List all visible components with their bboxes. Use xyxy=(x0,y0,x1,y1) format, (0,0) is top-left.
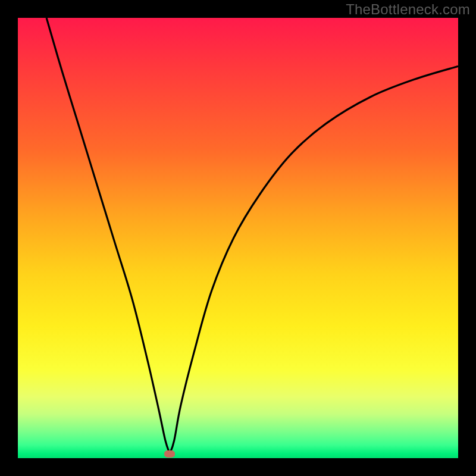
bottleneck-marker xyxy=(164,450,175,458)
curve-path xyxy=(46,18,458,454)
watermark-text: TheBottleneck.com xyxy=(346,1,470,18)
chart-frame: TheBottleneck.com xyxy=(0,0,476,476)
plot-area xyxy=(18,18,458,458)
curve-svg xyxy=(18,18,458,458)
